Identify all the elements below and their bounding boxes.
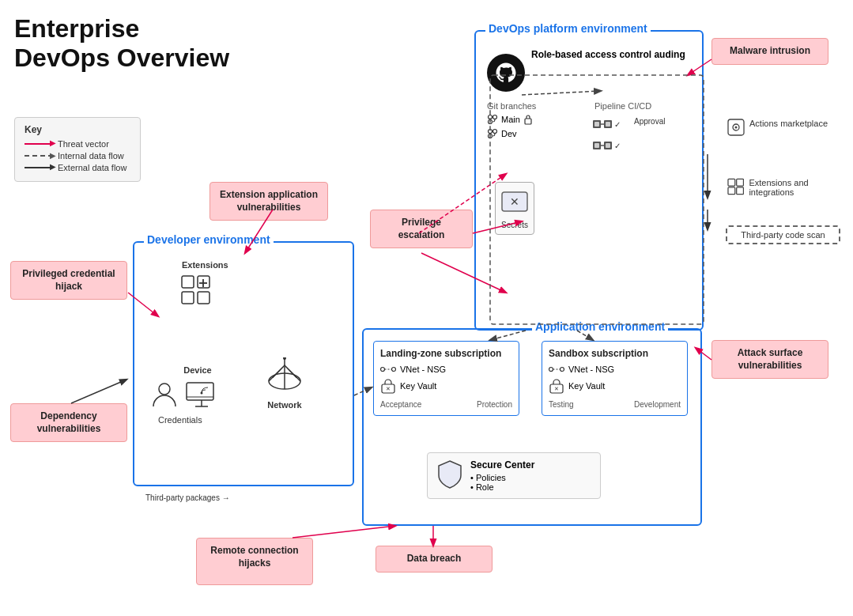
secure-center-content: Secure Center • Policies • Role [470, 459, 534, 492]
svg-rect-27 [737, 187, 744, 195]
developer-env: Developer environment Extensions Device [133, 241, 354, 486]
svg-point-43 [283, 357, 286, 360]
secure-center-policies: • Policies [470, 473, 534, 482]
svg-point-23 [735, 127, 738, 129]
sandbox-title: Sandbox subscription [549, 348, 681, 359]
secure-center-box: Secure Center • Policies • Role [427, 452, 601, 499]
sandbox-keyvault: ✕ Key Vault [549, 378, 681, 394]
dependency-box: Dependency vulnerabilities [10, 403, 127, 442]
pipeline-row2: ✓ [593, 138, 621, 153]
svg-rect-30 [198, 292, 209, 304]
svg-rect-28 [182, 276, 194, 288]
svg-point-2 [493, 115, 497, 119]
extensions-icon [180, 274, 212, 309]
svg-text:✕: ✕ [386, 386, 391, 391]
sandbox-labels: Testing Development [549, 400, 681, 409]
landing-keyvault: ✕ Key Vault [380, 378, 512, 394]
rbac-title: Role-based access control auding [531, 49, 685, 60]
main-branch: Main [487, 114, 533, 125]
credentials-label: Credentials [158, 415, 202, 425]
svg-point-50 [560, 368, 564, 372]
svg-point-7 [493, 130, 497, 134]
svg-rect-18 [606, 143, 610, 148]
third-party-scan-box: Third-party code scan [726, 225, 840, 244]
pipeline-label: Pipeline CI/CD [594, 101, 651, 111]
secure-center-role: • Role [470, 482, 534, 492]
svg-point-1 [489, 120, 493, 124]
landing-zone-box: Landing-zone subscription VNet - NSG ✕ K… [373, 341, 519, 416]
svg-point-6 [489, 134, 493, 138]
landing-labels: Acceptance Protection [380, 400, 512, 409]
svg-point-34 [159, 384, 170, 395]
key-internal: ▶ Internal data flow [25, 151, 130, 161]
secrets-label: Secrets [500, 221, 529, 229]
key-title: Key [25, 124, 130, 135]
sandbox-vnet: VNet - NSG [549, 364, 681, 375]
third-party-packages: Third-party packages → [145, 493, 230, 502]
svg-rect-15 [594, 143, 599, 148]
key-external: ▶ External data flow [25, 163, 130, 172]
devops-platform-env: DevOps platform environment Role-based a… [474, 30, 704, 331]
svg-line-59 [293, 526, 395, 538]
attack-surface-box: Attack surface vulnerabilities [711, 340, 828, 379]
remote-connection-box: Remote connection hijacks [196, 538, 313, 585]
landing-vnet: VNet - NSG [380, 364, 512, 375]
svg-rect-35 [187, 383, 213, 400]
svg-rect-25 [737, 179, 744, 186]
device-label: Device [166, 365, 229, 375]
svg-point-45 [392, 368, 396, 372]
dev-branch: Dev [487, 128, 517, 139]
git-branches-label: Git branches [487, 101, 536, 111]
application-env: Application environment Landing-zone sub… [362, 328, 702, 526]
network-box: Network [265, 357, 304, 410]
sandbox-box: Sandbox subscription VNet - NSG ✕ Key Va… [542, 341, 688, 416]
svg-rect-13 [606, 122, 610, 127]
secure-center-title: Secure Center [470, 459, 534, 471]
pipeline-row1: ✓ [593, 117, 621, 131]
malware-box: Malware intrusion [711, 38, 828, 65]
svg-rect-10 [594, 122, 599, 127]
svg-point-0 [489, 115, 493, 119]
svg-point-39 [201, 392, 203, 395]
developer-env-title: Developer environment [144, 233, 274, 246]
landing-zone-title: Landing-zone subscription [380, 348, 512, 359]
network-label: Network [265, 400, 304, 410]
key-legend: Key ▶ Threat vector ▶ Internal data flow… [14, 117, 141, 182]
svg-rect-24 [728, 179, 735, 186]
application-env-title: Application environment [532, 320, 668, 333]
secrets-box: ✕ Secrets [495, 182, 534, 235]
diagram-container: Enterprise DevOps Overview Key ▶ Threat … [0, 0, 853, 616]
svg-rect-29 [182, 292, 194, 304]
svg-point-5 [489, 130, 493, 134]
svg-text:✕: ✕ [554, 386, 559, 391]
svg-rect-26 [728, 187, 735, 195]
data-breach-box: Data breach [376, 546, 493, 573]
svg-point-44 [381, 368, 385, 372]
svg-text:✕: ✕ [510, 195, 519, 208]
github-icon [487, 54, 525, 92]
privilege-escalation-box: Privilege escalation [370, 210, 473, 248]
privileged-credential-box: Privileged credential hijack [10, 261, 127, 300]
actions-marketplace: Actions marketplace [727, 119, 828, 136]
page-title: Enterprise DevOps Overview [14, 14, 229, 73]
extensions-integrations: Extensions and integrations [727, 178, 853, 197]
svg-point-49 [549, 368, 553, 372]
key-threat: ▶ Threat vector [25, 139, 130, 149]
extension-app-box: Extension application vulnerabilities [209, 182, 328, 221]
svg-rect-4 [525, 119, 531, 124]
svg-line-66 [71, 380, 126, 403]
device-icons [150, 381, 218, 410]
devops-platform-title: DevOps platform environment [485, 22, 651, 35]
approval-label: Approval [634, 117, 665, 126]
extensions-label: Extensions [182, 260, 228, 270]
